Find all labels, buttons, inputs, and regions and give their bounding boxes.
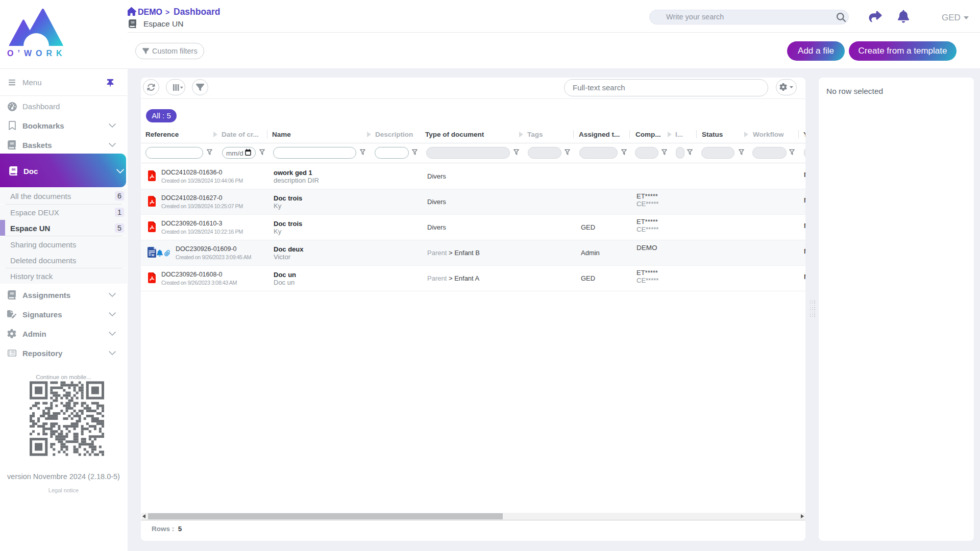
svg-text:w: w: [151, 253, 155, 257]
